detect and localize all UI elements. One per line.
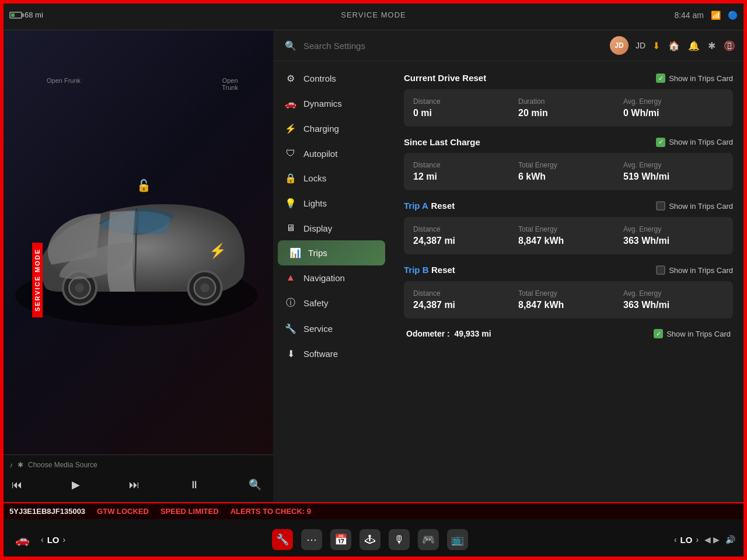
taskbar-right: ‹ LO › ◀ ▶ 🔊 — [674, 535, 735, 545]
calendar-taskbar-icon[interactable]: 📅 — [330, 529, 351, 550]
sidebar-item-locks[interactable]: 🔒 Locks — [273, 166, 390, 191]
locks-icon: 🔒 — [285, 173, 296, 184]
wifi-top-icon: 📵 — [724, 40, 735, 51]
trip-a-reset[interactable]: Reset — [431, 201, 455, 211]
home-icon: 🏠 — [668, 40, 680, 51]
navigation-icon: ▲ — [285, 272, 296, 283]
sidebar-item-charging[interactable]: ⚡ Charging — [273, 116, 390, 141]
sidebar-item-service[interactable]: 🔧 Service — [273, 316, 390, 341]
search-bar: 🔍 JD JD ⬇ 🏠 🔔 ✱ 📵 — [273, 30, 747, 61]
charging-indicator: ⚡ — [209, 243, 226, 259]
trip-a-header: Trip A Reset Show in Trips Card — [404, 201, 733, 211]
trips-label: Trips — [308, 248, 327, 258]
trip-a-distance: Distance 24,387 mi — [413, 225, 514, 246]
lo-left-value: LO — [47, 535, 60, 545]
lo-right-next[interactable]: › — [696, 535, 699, 544]
music-icon: ♪ — [9, 461, 13, 469]
play-button[interactable]: ▶ — [69, 476, 82, 494]
wrench-taskbar-icon[interactable]: 🔧 — [272, 529, 293, 550]
volume-control[interactable]: ◀ ▶ — [704, 535, 720, 544]
search-media-button[interactable]: 🔍 — [246, 476, 264, 494]
lo-left-prev[interactable]: ‹ — [41, 535, 44, 544]
current-drive-checkbox[interactable]: ✓ — [656, 74, 665, 83]
top-icons: ⬇ 🏠 🔔 ✱ 📵 — [652, 40, 735, 51]
trip-b-title: Trip B — [404, 265, 429, 275]
lo-left-next[interactable]: › — [63, 535, 66, 544]
controls-label: Controls — [303, 74, 336, 83]
sidebar-item-autopilot[interactable]: 🛡 Autopilot — [273, 141, 390, 166]
lock-status-icon: 🔓 — [137, 178, 151, 192]
screen-taskbar-icon[interactable]: 📺 — [447, 529, 468, 550]
service-label: Service — [303, 324, 333, 334]
display-icon: 🖥 — [285, 223, 296, 233]
eq-button[interactable]: ⏸ — [187, 477, 202, 494]
trip-b-total-energy: Total Energy 8,847 kWh — [518, 289, 619, 310]
main-layout: Open Frunk OpenTrunk ⚡ 🔓 — [0, 30, 747, 502]
bluetooth-icon: 🔵 — [728, 10, 738, 20]
odometer-show-label: Show in Trips Card — [666, 330, 731, 338]
trip-b-avg-energy: Avg. Energy 363 Wh/mi — [623, 289, 724, 310]
current-drive-reset[interactable]: Reset — [462, 73, 486, 83]
next-button[interactable]: ⏭ — [127, 477, 142, 494]
current-drive-header: Current Drive Reset ✓ Show in Trips Card — [404, 73, 733, 83]
odometer-label: Odometer : 49,933 mi — [406, 329, 491, 338]
odometer-show-trips: ✓ Show in Trips Card — [654, 329, 731, 338]
sidebar-item-trips[interactable]: 📊 Trips — [278, 240, 385, 265]
games-taskbar-icon[interactable]: 🎮 — [418, 529, 439, 550]
car-taskbar-icon[interactable]: 🚗 — [12, 529, 33, 550]
autopilot-icon: 🛡 — [285, 148, 296, 159]
since-charge-avg-energy: Avg. Energy 519 Wh/mi — [623, 161, 724, 182]
trip-a-title: Trip A — [404, 201, 428, 211]
search-input[interactable] — [303, 41, 603, 51]
since-charge-distance: Distance 12 mi — [413, 161, 514, 182]
content-area: Current Drive Reset ✓ Show in Trips Card… — [390, 61, 747, 502]
current-drive-energy: Avg. Energy 0 Wh/mi — [623, 97, 724, 118]
settings-layout: ⚙ Controls 🚗 Dynamics ⚡ Charging 🛡 Autop… — [273, 61, 747, 502]
current-drive-duration: Duration 20 min — [518, 97, 619, 118]
trip-a-show-label: Show in Trips Card — [669, 202, 733, 211]
since-last-charge-show-trips: ✓ Show in Trips Card — [656, 138, 733, 147]
sidebar-item-safety[interactable]: ⓘ Safety — [273, 290, 390, 316]
since-last-charge-show-label: Show in Trips Card — [669, 138, 733, 146]
prev-button[interactable]: ⏮ — [9, 477, 25, 494]
navigation-label: Navigation — [303, 273, 345, 283]
top-bar-right: 8:44 am 📶 🔵 — [674, 10, 738, 20]
mute-icon[interactable]: 🔊 — [725, 535, 735, 544]
lo-right-prev[interactable]: ‹ — [674, 535, 677, 544]
trip-b-checkbox[interactable] — [656, 265, 665, 275]
taskbar-left: 🚗 ‹ LO › — [12, 529, 65, 550]
trip-b-reset[interactable]: Reset — [431, 265, 455, 275]
charging-icon: ⚡ — [285, 123, 296, 134]
dots-taskbar-icon[interactable]: ⋯ — [301, 529, 322, 550]
sidebar-item-lights[interactable]: 💡 Lights — [273, 191, 390, 216]
user-avatar: JD — [610, 36, 629, 55]
taskbar: 🚗 ‹ LO › 🔧 ⋯ 📅 🕹 🎙 🎮 📺 ‹ LO › ◀ ▶ 🔊 — [0, 519, 747, 560]
dynamics-label: Dynamics — [303, 99, 342, 108]
media-player: ♪ ✱ Choose Media Source ⏮ ▶ ⏭ ⏸ 🔍 — [0, 454, 273, 502]
podcast-taskbar-icon[interactable]: 🎙 — [389, 529, 410, 550]
odometer-row: Odometer : 49,933 mi ✓ Show in Trips Car… — [404, 329, 733, 338]
sidebar-item-display[interactable]: 🖥 Display — [273, 216, 390, 240]
sidebar-item-controls[interactable]: ⚙ Controls — [273, 66, 390, 91]
current-drive-show-trips: ✓ Show in Trips Card — [656, 74, 733, 83]
current-drive-distance: Distance 0 mi — [413, 97, 514, 118]
since-last-charge-checkbox[interactable]: ✓ — [656, 138, 665, 147]
bluetooth-top-icon: ✱ — [708, 40, 715, 51]
trip-a-checkbox[interactable] — [656, 201, 665, 211]
bell-icon: 🔔 — [688, 40, 700, 51]
odometer-checkbox[interactable]: ✓ — [654, 329, 663, 338]
battery-icon — [9, 12, 22, 19]
download-icon: ⬇ — [652, 40, 660, 51]
sidebar-item-navigation[interactable]: ▲ Navigation — [273, 265, 390, 290]
lights-icon: 💡 — [285, 198, 296, 209]
sidebar-item-software[interactable]: ⬇ Software — [273, 341, 390, 366]
trip-a-avg-energy: Avg. Energy 363 Wh/mi — [623, 225, 724, 246]
sidebar-item-dynamics[interactable]: 🚗 Dynamics — [273, 91, 390, 116]
trip-b-stats: Distance 24,387 mi Total Energy 8,847 kW… — [404, 281, 733, 318]
trip-b-section: Trip B Reset Show in Trips Card Distance… — [404, 265, 733, 318]
controller-taskbar-icon[interactable]: 🕹 — [359, 529, 381, 550]
service-icon: 🔧 — [285, 323, 296, 334]
trip-b-show-label: Show in Trips Card — [669, 266, 733, 275]
lo-right-value: LO — [680, 535, 693, 545]
vin-display: 5YJ3E1EB8JF135003 — [9, 507, 85, 516]
